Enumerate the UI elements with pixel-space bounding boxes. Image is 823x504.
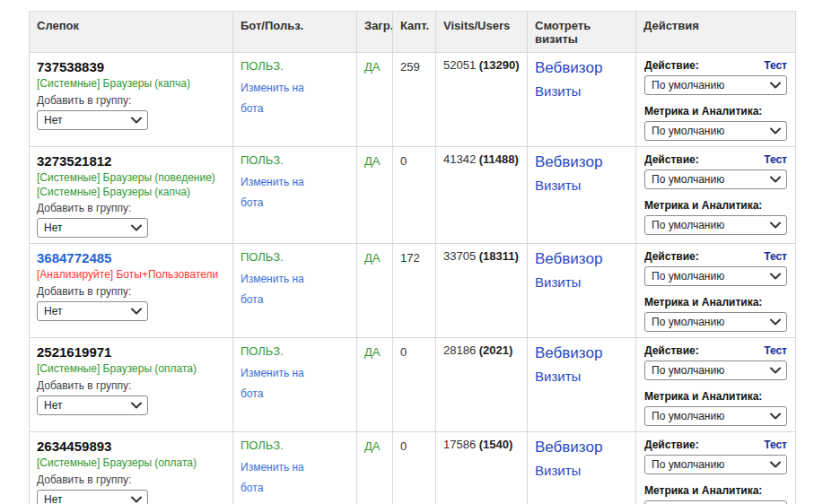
column-header-bot-user: Бот/Польз. (233, 12, 357, 53)
fingerprint-id: 737538839 (37, 59, 225, 74)
group-tag: [Системные] Браузеры (поведение) (37, 171, 225, 186)
header-row: Слепок Бот/Польз. Загр. Капт. Visits/Use… (30, 12, 796, 53)
group-select[interactable]: Нет (37, 110, 148, 130)
action-label: Действие: (644, 153, 699, 166)
visits-count: 28186 (443, 343, 476, 357)
visits-link[interactable]: Визиты (535, 369, 628, 384)
test-link[interactable]: Тест (764, 59, 787, 72)
metrics-label: Метрика и Аналитика: (644, 484, 787, 497)
action-label: Действие: (644, 250, 699, 263)
group-tag: [Системные] Браузеры (капча) (37, 186, 225, 200)
metrics-select[interactable]: По умолчанию (644, 312, 787, 332)
webvisor-link[interactable]: Вебвизор (535, 344, 628, 362)
column-header-captcha: Капт. (393, 12, 436, 53)
group-tag: [Системные] Браузеры (оплата) (37, 362, 225, 377)
users-count: (18311) (479, 249, 519, 263)
fingerprint-id: 2521619971 (37, 344, 225, 360)
column-header-actions: Действия (636, 12, 796, 53)
metrics-label: Метрика и Аналитика: (644, 199, 787, 212)
users-count: (13290) (479, 58, 520, 72)
table-row: 737538839 [Системные] Браузеры (капча) Д… (30, 53, 796, 147)
action-select[interactable]: По умолчанию (644, 169, 787, 189)
table-row: 2634459893 [Системные] Браузеры (оплата)… (30, 432, 796, 504)
action-select[interactable]: По умолчанию (644, 266, 787, 286)
metrics-select[interactable]: По умолчанию (644, 406, 787, 426)
loaded-flag: ДА (364, 345, 380, 359)
change-to-bot-link[interactable]: Изменить на бота (241, 363, 318, 404)
visits-count: 52051 (443, 58, 476, 72)
action-select[interactable]: По умолчанию (644, 361, 787, 380)
test-link[interactable]: Тест (764, 344, 787, 357)
table-row: 3273521812 [Системные] Браузеры (поведен… (30, 147, 796, 244)
table-row: 3684772485 [Анализируйте] Боты+Пользоват… (30, 244, 796, 338)
metrics-label: Метрика и Аналитика: (644, 296, 787, 308)
user-status: ПОЛЬЗ. (241, 153, 349, 167)
visits-count: 33705 (443, 249, 476, 263)
metrics-select[interactable]: По умолчанию (644, 500, 787, 504)
metrics-label: Метрика и Аналитика: (644, 390, 787, 403)
metrics-select[interactable]: По умолчанию (644, 215, 787, 235)
group-select[interactable]: Нет (37, 490, 148, 504)
group-tag: [Системные] Браузеры (капча) (37, 77, 225, 91)
action-label: Действие: (644, 344, 699, 357)
action-select[interactable]: По умолчанию (644, 75, 787, 95)
group-select[interactable]: Нет (37, 301, 148, 321)
test-link[interactable]: Тест (764, 250, 787, 263)
fingerprint-id: 2634459893 (37, 439, 225, 454)
visits-link[interactable]: Визиты (535, 83, 628, 99)
fingerprint-id: 3273521812 (37, 153, 225, 169)
add-to-group-label: Добавить в группу: (37, 94, 225, 107)
visits-link[interactable]: Визиты (535, 178, 628, 193)
column-header-visits-users: Visits/Users (436, 12, 528, 53)
webvisor-link[interactable]: Вебвизор (535, 153, 628, 171)
loaded-flag: ДА (364, 251, 380, 265)
change-to-bot-link[interactable]: Изменить на бота (241, 172, 318, 213)
webvisor-link[interactable]: Вебвизор (535, 439, 628, 456)
add-to-group-label: Добавить в группу: (37, 474, 225, 486)
webvisor-link[interactable]: Вебвизор (535, 250, 628, 268)
add-to-group-label: Добавить в группу: (37, 379, 225, 392)
group-select[interactable]: Нет (37, 395, 148, 415)
add-to-group-label: Добавить в группу: (37, 285, 225, 298)
fingerprint-id-link[interactable]: 3684772485 (37, 250, 111, 265)
fingerprints-table: Слепок Бот/Польз. Загр. Капт. Visits/Use… (29, 11, 796, 504)
captcha-count: 0 (400, 154, 407, 168)
captcha-count: 259 (400, 60, 420, 74)
user-status: ПОЛЬЗ. (241, 59, 349, 73)
visits-link[interactable]: Визиты (535, 274, 628, 290)
visits-count: 17586 (443, 438, 476, 451)
action-label: Действие: (644, 439, 699, 451)
loaded-flag: ДА (364, 60, 380, 74)
captcha-count: 0 (400, 439, 407, 453)
add-to-group-label: Добавить в группу: (37, 202, 225, 214)
column-header-loaded: Загр. (357, 12, 393, 53)
user-status: ПОЛЬЗ. (241, 344, 349, 358)
user-status: ПОЛЬЗ. (241, 250, 349, 264)
user-status: ПОЛЬЗ. (241, 439, 349, 452)
group-select[interactable]: Нет (37, 218, 148, 238)
captcha-count: 0 (400, 345, 407, 359)
test-link[interactable]: Тест (764, 439, 787, 451)
loaded-flag: ДА (364, 154, 380, 168)
table-row: 2521619971 [Системные] Браузеры (оплата)… (30, 338, 796, 432)
users-count: (2021) (479, 343, 513, 357)
action-label: Действие: (644, 59, 699, 72)
column-header-watch-visits: Смотреть визиты (528, 12, 636, 53)
action-select[interactable]: По умолчанию (644, 455, 787, 474)
visits-link[interactable]: Визиты (535, 463, 628, 478)
change-to-bot-link[interactable]: Изменить на бота (241, 78, 318, 119)
group-tag: [Системные] Браузеры (оплата) (37, 456, 225, 471)
users-count: (11488) (479, 152, 519, 166)
users-count: (1540) (479, 438, 513, 451)
change-to-bot-link[interactable]: Изменить на бота (241, 269, 318, 310)
captcha-count: 172 (400, 251, 420, 265)
webvisor-link[interactable]: Вебвизор (535, 59, 628, 77)
column-header-slepok: Слепок (30, 12, 233, 53)
change-to-bot-link[interactable]: Изменить на бота (241, 457, 318, 499)
fingerprints-table-wrap: Слепок Бот/Польз. Загр. Капт. Visits/Use… (29, 11, 795, 504)
visits-count: 41342 (443, 152, 476, 166)
loaded-flag: ДА (364, 439, 380, 453)
group-tag: [Анализируйте] Боты+Пользователи (37, 268, 225, 282)
metrics-select[interactable]: По умолчанию (644, 121, 787, 141)
test-link[interactable]: Тест (764, 153, 787, 166)
